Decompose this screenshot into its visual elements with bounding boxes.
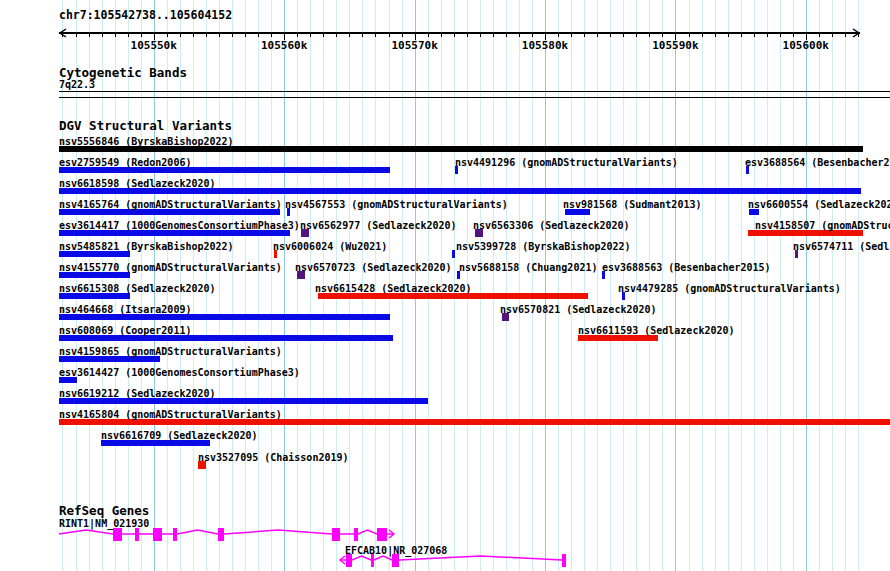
variant-label[interactable]: nsv608069 (Cooper2011)	[59, 325, 191, 336]
gene-exon[interactable]	[562, 554, 566, 567]
cytogenetic-bands-header: Cytogenetic Bands	[59, 66, 187, 79]
gridline-minor	[258, 0, 259, 571]
variant-label[interactable]: nsv4159865 (gnomADStructuralVariants)	[59, 346, 282, 357]
variant-label[interactable]: nsv4158507 (gnomADStruc	[755, 220, 890, 231]
ruler-minor-tick	[128, 32, 129, 37]
gridline-minor	[310, 0, 311, 571]
gene-label[interactable]: EFCAB10|NR_027068	[345, 545, 447, 556]
variant-label[interactable]: nsv3527095 (Chaisson2019)	[198, 452, 349, 463]
variant-tick[interactable]	[452, 250, 455, 258]
ruler-minor-tick	[349, 32, 350, 37]
ruler-tick-label: 105600k	[783, 40, 829, 51]
gridline-minor	[571, 0, 572, 571]
ruler-minor-tick	[258, 32, 259, 37]
ruler-minor-tick	[480, 32, 481, 37]
ruler-minor-tick	[389, 32, 390, 37]
ruler-minor-tick	[167, 32, 168, 37]
ruler-minor-tick	[858, 32, 859, 37]
gridline-minor	[532, 0, 533, 571]
variant-label[interactable]: nsv5556846 (ByrskaBishop2022)	[59, 136, 234, 147]
ruler-minor-tick	[702, 32, 703, 37]
ruler-minor-tick	[454, 32, 455, 37]
ruler-minor-tick	[741, 32, 742, 37]
gridline-major	[284, 0, 285, 571]
variant-label[interactable]: nsv5399728 (ByrskaBishop2022)	[456, 241, 631, 252]
gene-exon[interactable]	[377, 528, 387, 541]
ruler-minor-tick	[584, 32, 585, 37]
ruler-minor-tick	[715, 32, 716, 37]
variant-label[interactable]: nsv6615428 (Sedlazeck2020)	[315, 283, 472, 294]
gene-exon[interactable]	[135, 528, 139, 541]
gene-label[interactable]: RINT1|NM_021930	[59, 518, 149, 529]
variant-label[interactable]: nsv6611593 (Sedlazeck2020)	[578, 325, 735, 336]
variant-label[interactable]: nsv4479285 (gnomADStructuralVariants)	[618, 283, 841, 294]
gridline-minor	[519, 0, 520, 571]
variant-label[interactable]: nsv4165804 (gnomADStructuralVariants)	[59, 409, 282, 420]
variant-label[interactable]: esv3688563 (Besenbacher2015)	[602, 262, 771, 273]
ruler-minor-tick	[571, 32, 572, 37]
variant-label[interactable]: nsv4567553 (gnomADStructuralVariants)	[285, 199, 508, 210]
ruler-minor-tick	[597, 32, 598, 37]
ruler-tick-label: 105560k	[261, 40, 307, 51]
ruler-minor-tick	[610, 32, 611, 37]
gridline-minor	[506, 0, 507, 571]
gridline-major	[545, 0, 546, 571]
gridline-minor	[584, 0, 585, 571]
cytoband-box[interactable]	[59, 91, 890, 98]
ruler-minor-tick	[649, 32, 650, 37]
cytoband-label: 7q22.3	[59, 79, 95, 90]
ruler-minor-tick	[467, 32, 468, 37]
gridline-minor	[271, 0, 272, 571]
variant-label[interactable]: nsv5688158 (Chuang2021)	[459, 262, 597, 273]
variant-label[interactable]: nsv4491296 (gnomADStructuralVariants)	[455, 157, 678, 168]
ruler-minor-tick	[402, 32, 403, 37]
ruler-minor-tick	[819, 32, 820, 37]
variant-label[interactable]: nsv6570821 (Sedlazeck2020)	[500, 304, 657, 315]
variant-label[interactable]: nsv6570723 (Sedlazeck2020)	[295, 262, 452, 273]
ruler-minor-tick	[689, 32, 690, 37]
ruler-minor-tick	[271, 32, 272, 37]
ruler-minor-tick	[832, 32, 833, 37]
variant-label[interactable]: esv3688564 (Besenbacher2	[745, 157, 890, 168]
variant-label[interactable]: nsv6563306 (Sedlazeck2020)	[473, 220, 630, 231]
variant-label[interactable]: nsv6562977 (Sedlazeck2020)	[300, 220, 457, 231]
variant-label[interactable]: nsv6006024 (Wu2021)	[273, 241, 387, 252]
variant-label[interactable]: nsv5485821 (ByrskaBishop2022)	[59, 241, 234, 252]
gene-exon[interactable]	[173, 528, 177, 541]
genome-browser-panel: chr7:105542738..105604152 Cytogenetic Ba…	[0, 0, 890, 571]
gene-exon[interactable]	[354, 528, 358, 541]
variant-label[interactable]: nsv4165764 (gnomADStructuralVariants)	[59, 199, 282, 210]
variant-label[interactable]: nsv4155770 (gnomADStructuralVariants)	[59, 262, 282, 273]
ruler-minor-tick	[62, 32, 63, 37]
ruler-minor-tick	[115, 32, 116, 37]
ruler-minor-tick	[532, 32, 533, 37]
ruler-minor-tick	[180, 32, 181, 37]
ruler-minor-tick	[754, 32, 755, 37]
variant-label[interactable]: nsv464668 (Itsara2009)	[59, 304, 191, 315]
variant-label[interactable]: nsv6616709 (Sedlazeck2020)	[101, 430, 258, 441]
variant-label[interactable]: nsv6600554 (Sedlazeck202	[748, 199, 890, 210]
variant-label[interactable]: esv3614417 (1000GenomesConsortiumPhase3)	[59, 220, 300, 231]
ruler-minor-tick	[102, 32, 103, 37]
gridline-minor	[845, 0, 846, 571]
gene-strand-right-arrow-icon	[389, 530, 394, 538]
gridline-minor	[610, 0, 611, 571]
ruler-minor-tick	[441, 32, 442, 37]
variant-label[interactable]: nsv981568 (Sudmant2013)	[563, 199, 701, 210]
ruler-minor-tick	[219, 32, 220, 37]
dgv-structural-variants-header: DGV Structural Variants	[59, 119, 232, 132]
variant-label[interactable]: esv3614427 (1000GenomesConsortiumPhase3)	[59, 367, 300, 378]
ruler-minor-tick	[493, 32, 494, 37]
gridline-minor	[297, 0, 298, 571]
variant-label[interactable]: nsv6619212 (Sedlazeck2020)	[59, 388, 216, 399]
ruler-minor-tick	[141, 32, 142, 37]
variant-label[interactable]: esv2759549 (Redon2006)	[59, 157, 191, 168]
variant-label[interactable]: nsv6618598 (Sedlazeck2020)	[59, 178, 216, 189]
ruler-minor-tick	[558, 32, 559, 37]
gene-intron-line[interactable]	[59, 530, 394, 534]
variant-label[interactable]: nsv6615308 (Sedlazeck2020)	[59, 283, 216, 294]
variant-label[interactable]: nsv6574711 (Sedl	[793, 241, 889, 252]
ruler-minor-tick	[245, 32, 246, 37]
gridline-minor	[480, 0, 481, 571]
ruler-minor-tick	[767, 32, 768, 37]
